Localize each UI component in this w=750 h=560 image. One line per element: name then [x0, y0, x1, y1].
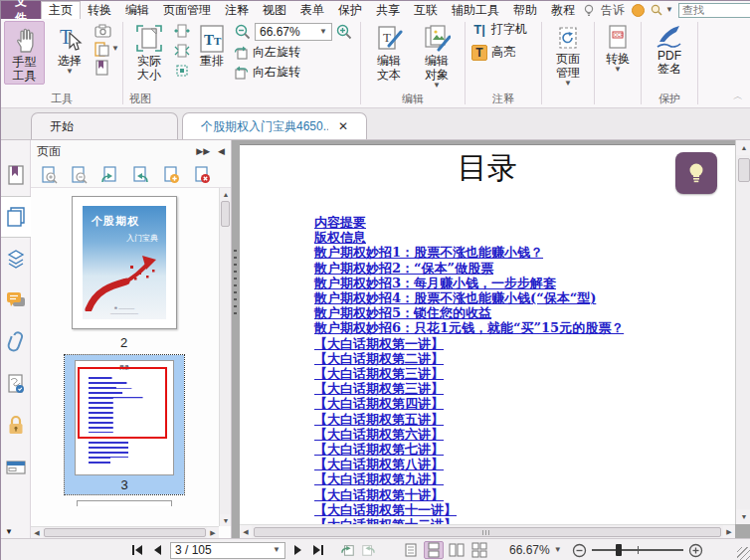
thumbnail-page-3[interactable]: 目录 3 — [65, 355, 184, 494]
toc-link[interactable]: 【大白话期权第一讲】 — [314, 336, 735, 351]
toc-link[interactable]: 【大白话期权第四讲】 — [314, 396, 735, 411]
delete-page-icon[interactable] — [193, 166, 211, 184]
panel-more-icon[interactable]: ▼ — [5, 527, 13, 536]
rotate-right-button[interactable]: 向右旋转 — [234, 64, 353, 81]
search-mode-button[interactable]: ▼ — [650, 3, 673, 17]
tell-me-label[interactable]: 告诉 — [601, 2, 627, 19]
hscroll-thumb[interactable] — [44, 528, 206, 537]
hscroll-thumb[interactable] — [254, 527, 721, 537]
menubar-item[interactable]: 保护 — [331, 1, 369, 19]
toc-link[interactable]: 散户期权妙招5：锁住您的收益 — [314, 305, 735, 320]
continuous-view-button[interactable] — [424, 541, 444, 559]
menubar-item[interactable]: 视图 — [256, 1, 293, 19]
zoom-level-combo[interactable]: 66.67% ▼ — [255, 23, 332, 41]
rotate-page-right-icon[interactable] — [131, 166, 149, 184]
zoom-in-icon[interactable] — [335, 23, 353, 41]
vscroll-thumb[interactable] — [221, 201, 230, 227]
snapshot-button[interactable] — [94, 24, 119, 38]
menubar-item[interactable]: 共享 — [369, 1, 407, 19]
fit-page-icon[interactable] — [174, 44, 190, 58]
rotate-page-left-icon[interactable] — [100, 166, 118, 184]
panel-attachments-button[interactable] — [1, 321, 31, 363]
assistant-orb-icon[interactable] — [632, 4, 645, 17]
toc-link[interactable]: 【大白话期权第九讲】 — [314, 471, 735, 486]
statusbar-zoom-value[interactable]: 66.67% — [509, 543, 550, 557]
panel-security-button[interactable] — [1, 405, 31, 447]
scroll-down-icon[interactable]: ▼ — [736, 509, 750, 524]
clipboard-paste-button[interactable]: ▼ — [94, 41, 119, 57]
panel-bookmarks-button[interactable] — [1, 154, 31, 196]
zoom-in-icon[interactable] — [688, 543, 703, 558]
scroll-right-icon[interactable]: ▶ — [723, 525, 735, 539]
pdf-sign-button[interactable]: PDF 签名 — [647, 21, 692, 77]
continuous-facing-view-button[interactable] — [469, 541, 489, 559]
lightbulb-icon[interactable] — [582, 3, 596, 17]
toc-link[interactable]: 【大白话期权第三讲】 — [314, 366, 735, 381]
toc-link[interactable]: 【大白话期权第二讲】 — [314, 351, 735, 366]
viewport-indicator-rect[interactable] — [78, 367, 167, 439]
actual-size-button[interactable]: 实际大小 — [126, 21, 172, 83]
toc-link[interactable]: 【大白话期权第三讲】 — [314, 381, 735, 396]
rotate-left-button[interactable]: 向左旋转 — [234, 44, 353, 61]
find-input[interactable] — [678, 3, 750, 18]
toc-link[interactable]: 【大白话期权第八讲】 — [314, 457, 735, 471]
menubar-item[interactable]: 页面管理 — [156, 1, 218, 19]
toc-link[interactable]: 散户期权妙招4：股票不涨也能赚小钱(“保本“型) — [314, 290, 735, 305]
tab-close-icon[interactable]: ✕ — [338, 119, 348, 133]
menubar-item[interactable]: 辅助工具 — [445, 1, 506, 19]
panel-fields-button[interactable] — [1, 447, 31, 488]
thumbnails-vscrollbar[interactable]: ▲ ▼ — [219, 188, 231, 526]
file-menu-button[interactable]: 文件 — [1, 1, 41, 19]
fit-width-icon[interactable] — [174, 24, 190, 38]
panel-expand-icon[interactable]: ▶▶ — [196, 146, 210, 156]
thumbnail-page-4-partial[interactable] — [77, 500, 172, 506]
bookmark-doc-button[interactable] — [94, 60, 119, 76]
toc-link[interactable]: 【大白话期权第十一讲】 — [314, 502, 735, 517]
first-page-button[interactable] — [130, 544, 144, 556]
panel-splitter[interactable] — [232, 140, 240, 538]
next-page-button[interactable] — [291, 544, 305, 556]
menubar-item[interactable]: 注释 — [218, 1, 256, 19]
resize-grip[interactable] — [737, 547, 750, 560]
panel-collapse-icon[interactable]: ◀ — [218, 146, 225, 156]
menubar-item-home[interactable]: 主页 — [41, 1, 81, 19]
zoom-slider-knob[interactable] — [616, 544, 622, 556]
zoom-out-icon[interactable] — [572, 543, 587, 558]
scroll-left-icon[interactable]: ◀ — [31, 527, 43, 539]
edit-text-button[interactable]: T 编辑文本 — [366, 21, 412, 83]
panel-comments-button[interactable] — [1, 280, 31, 321]
highlight-button[interactable]: T 高亮 — [471, 44, 515, 61]
select-tool-button[interactable]: T 选择 ▼ — [47, 21, 93, 77]
toc-link[interactable]: 【大白话期权第五讲】 — [314, 412, 735, 427]
scroll-up-icon[interactable]: ▲ — [736, 140, 750, 155]
previous-page-button[interactable] — [150, 544, 164, 556]
toc-link[interactable]: 【大白话期权第十二讲】 — [314, 517, 735, 524]
panel-signatures-button[interactable] — [1, 363, 31, 405]
panel-pages-button[interactable] — [1, 196, 31, 238]
tab-start[interactable]: 开始 — [31, 112, 178, 139]
assistant-lightbulb-button[interactable] — [675, 152, 717, 194]
page-number-combo[interactable]: 3 / 105 ▼ — [170, 542, 285, 559]
reflow-button[interactable]: T T 重排 — [192, 21, 232, 69]
add-page-icon[interactable] — [162, 166, 180, 184]
scroll-left-icon[interactable]: ◀ — [240, 525, 252, 539]
document-vscrollbar[interactable]: ▲ ▼ — [735, 140, 750, 524]
tab-document[interactable]: 个股期权入门宝典4650... ✕ — [182, 112, 367, 139]
last-page-button[interactable] — [311, 544, 325, 556]
toc-link[interactable]: 【大白话期权第七讲】 — [314, 442, 735, 457]
panel-layers-button[interactable] — [1, 238, 31, 280]
menubar-item[interactable]: 帮助 — [506, 1, 544, 19]
next-view-button[interactable] — [361, 544, 375, 556]
scroll-right-icon[interactable]: ▶ — [207, 527, 219, 539]
edit-object-button[interactable]: 编辑对象 ▼ — [414, 21, 460, 91]
toc-link[interactable]: 散户期权妙招1：股票不涨也能赚小钱？ — [314, 245, 735, 260]
page-manage-button[interactable]: 页面管理 ▼ — [545, 21, 591, 89]
menubar-item[interactable]: 编辑 — [118, 1, 156, 19]
vscroll-thumb[interactable] — [738, 158, 750, 182]
toc-link[interactable]: 散户期权妙招6：只花1元钱，就能“买”15元的股票？ — [314, 320, 735, 335]
menubar-item[interactable]: 转换 — [81, 1, 118, 19]
reduce-thumbnails-icon[interactable] — [71, 166, 88, 184]
typewriter-button[interactable]: T| 打字机 — [471, 21, 527, 38]
zoom-slider[interactable] — [592, 544, 683, 556]
ribbon-collapse-icon[interactable]: ︿ — [733, 90, 743, 103]
